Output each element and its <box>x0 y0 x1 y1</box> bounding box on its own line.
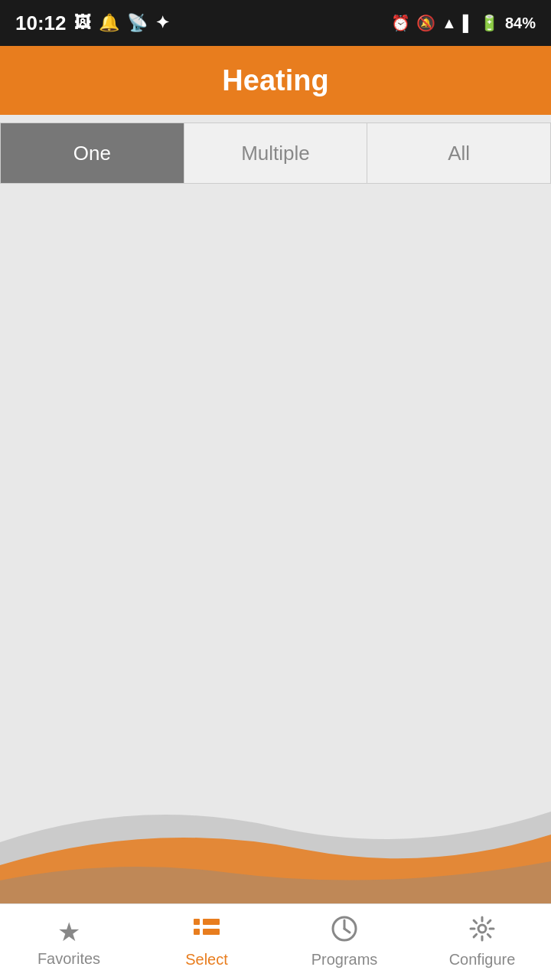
mute-icon: 🔕 <box>416 14 435 32</box>
photo-icon: 🖼 <box>74 13 91 33</box>
programs-icon <box>331 916 357 948</box>
nav-label-programs: Programs <box>311 951 378 969</box>
nav-label-favorites: Favorites <box>37 950 100 968</box>
bottom-nav: ★ Favorites Select Programs <box>0 903 551 980</box>
battery-percent: 84% <box>505 15 536 32</box>
svg-rect-0 <box>194 919 200 925</box>
nav-label-configure: Configure <box>449 951 516 969</box>
nav-item-select[interactable]: Select <box>138 904 276 980</box>
status-time: 10:12 <box>15 11 67 35</box>
wave-decoration <box>0 750 551 903</box>
status-right: ⏰ 🔕 ▲ ▌ 🔋 84% <box>391 14 536 32</box>
tab-one[interactable]: One <box>1 123 184 183</box>
status-left: 10:12 🖼 🔔 📡 ✦ <box>15 11 169 35</box>
select-icon <box>194 916 220 948</box>
status-bar: 10:12 🖼 🔔 📡 ✦ ⏰ 🔕 ▲ ▌ 🔋 84% <box>0 0 551 46</box>
configure-icon <box>469 916 495 948</box>
arrow-icon: ✦ <box>155 13 169 33</box>
wifi-icon: ▲ <box>442 15 457 32</box>
svg-point-7 <box>478 925 486 933</box>
nav-item-favorites[interactable]: ★ Favorites <box>0 904 138 980</box>
signal-bars-icon: ▌ <box>463 15 474 32</box>
tab-multiple[interactable]: Multiple <box>184 123 368 183</box>
app-header: Heating <box>0 46 551 115</box>
nav-item-programs[interactable]: Programs <box>276 904 413 980</box>
favorites-icon: ★ <box>57 916 80 947</box>
battery-icon: 🔋 <box>480 14 499 32</box>
svg-line-6 <box>344 929 350 933</box>
svg-rect-1 <box>203 919 220 925</box>
svg-rect-2 <box>194 929 200 935</box>
tab-all[interactable]: All <box>367 123 550 183</box>
signal-icon: 📡 <box>127 13 148 33</box>
tab-bar: One Multiple All <box>0 122 551 184</box>
svg-rect-3 <box>203 929 220 935</box>
alarm-icon: ⏰ <box>391 14 410 32</box>
nav-item-configure[interactable]: Configure <box>413 904 551 980</box>
notification-icon: 🔔 <box>99 13 119 33</box>
nav-label-select: Select <box>185 951 228 969</box>
page-title: Heating <box>222 64 328 97</box>
